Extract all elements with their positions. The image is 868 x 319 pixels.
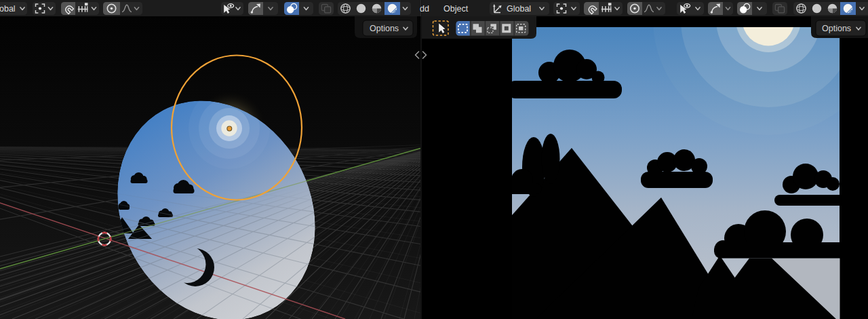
svg-text:Global: Global	[507, 4, 531, 14]
svg-text:Object: Object	[443, 4, 469, 14]
svg-text:dd: dd	[420, 4, 429, 14]
svg-text:Options: Options	[822, 24, 851, 33]
svg-text:obal: obal	[0, 4, 16, 14]
svg-text:Options: Options	[370, 24, 399, 33]
